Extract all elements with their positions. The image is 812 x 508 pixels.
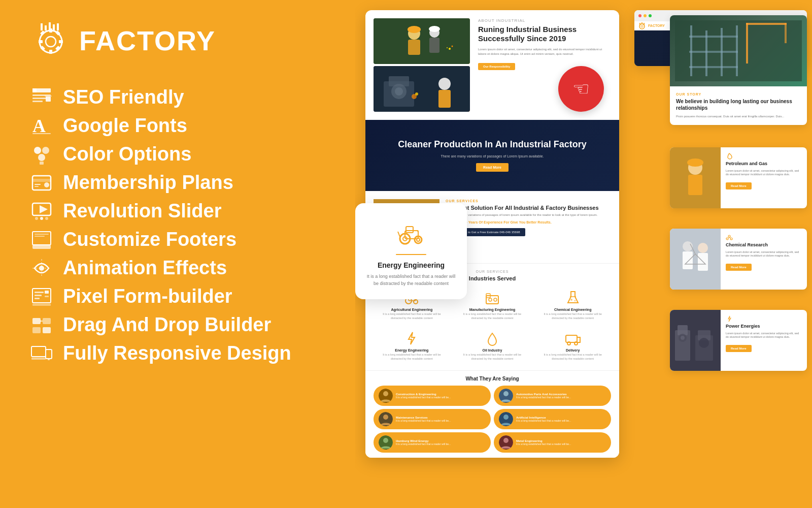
industry-oil: Oil Industry It is a long established fa… <box>454 327 531 364</box>
feature-list: SEO Friendly A Google Fonts Color Optio <box>30 86 325 365</box>
feature-footers: Customize Footers <box>30 229 325 251</box>
about-images <box>374 18 470 112</box>
svg-rect-48 <box>45 296 49 297</box>
svg-rect-51 <box>43 318 51 324</box>
petroleum-btn[interactable]: Read More <box>726 182 752 189</box>
card-petroleum-inner: Petroleum and Gas Lorem ipsum dolor sit … <box>670 147 807 208</box>
card-believe-title: We believe in building long lasting our … <box>676 98 801 111</box>
svg-point-65 <box>429 26 440 32</box>
svg-rect-134 <box>785 23 787 43</box>
svg-rect-46 <box>35 298 40 299</box>
manufacturing-desc: It is a long established fact that a rea… <box>457 312 528 320</box>
power-desc: Lorem ipsum dolor sit amet, consectetur … <box>726 332 802 339</box>
feature-slider-label: Revolution Slider <box>63 201 221 222</box>
svg-rect-38 <box>32 232 51 245</box>
card-power-inner: Power Energies Lorem ipsum dolor sit ame… <box>670 310 807 371</box>
svg-rect-12 <box>49 22 51 30</box>
feature-pixel: Pixel Form-builder <box>30 285 325 308</box>
svg-point-36 <box>40 217 43 220</box>
oil-name: Oil Industry <box>483 348 502 352</box>
delivery-icon <box>565 330 581 346</box>
energy-title: Energy Engineering <box>365 261 457 269</box>
svg-rect-14 <box>57 23 59 30</box>
feature-drag-label: Drag And Drop Builder <box>63 314 271 336</box>
right-side-cards: OUR STORY We believe in building long la… <box>660 0 812 508</box>
svg-point-111 <box>641 25 643 27</box>
svg-rect-19 <box>32 101 43 102</box>
energy-desc: It is a long established fact that a rea… <box>377 353 447 361</box>
svg-point-67 <box>452 46 453 47</box>
svg-rect-63 <box>429 38 439 53</box>
svg-rect-39 <box>32 245 51 249</box>
feature-membership: Membership Plans <box>30 172 325 194</box>
feature-footers-label: Customize Footers <box>63 229 236 250</box>
svg-rect-53 <box>43 327 51 333</box>
power-btn[interactable]: Read More <box>726 345 752 352</box>
card-believe-image <box>670 15 807 86</box>
svg-point-138 <box>687 158 703 167</box>
svg-rect-6 <box>40 30 45 36</box>
svg-rect-47 <box>45 291 49 294</box>
svg-rect-112 <box>639 23 640 25</box>
delivery-desc: It is a long established fact that a rea… <box>537 353 608 361</box>
svg-rect-56 <box>31 358 46 360</box>
svg-rect-120 <box>406 227 413 233</box>
tractor-icon <box>395 215 427 248</box>
svg-point-156 <box>699 338 709 348</box>
svg-rect-44 <box>35 292 44 293</box>
industry-energy: Energy Engineering It is a long establis… <box>374 327 450 364</box>
feature-membership-label: Membership Plans <box>63 172 233 194</box>
svg-point-93 <box>574 300 576 302</box>
brand-name: FACTORY <box>79 25 216 56</box>
about-btn[interactable]: Our Responsibility <box>478 63 515 70</box>
svg-rect-16 <box>32 88 37 92</box>
svg-point-37 <box>45 217 48 220</box>
energy-card: Energy Engineering It is a long establis… <box>355 203 467 299</box>
svg-rect-40 <box>35 234 49 235</box>
svg-point-107 <box>383 438 388 443</box>
oil-icon <box>484 330 500 346</box>
svg-line-123 <box>398 232 400 237</box>
svg-rect-45 <box>35 295 42 296</box>
svg-point-96 <box>567 342 570 345</box>
testimonial-content-6: Metal Engineering It is a long establish… <box>516 439 571 446</box>
petroleum-title: Petroleum and Gas <box>726 161 802 167</box>
testimonial-content-2: Automotive Parts And Accessories It is a… <box>516 393 571 399</box>
power-title: Power Energies <box>726 324 802 330</box>
dot-yellow <box>644 14 647 17</box>
chemical-image <box>670 229 721 290</box>
svg-rect-49 <box>32 304 51 306</box>
chemical-btn[interactable]: Read More <box>726 264 752 271</box>
svg-rect-27 <box>40 162 44 165</box>
testimonial-1: Construction & Engineering It is a long … <box>374 386 491 406</box>
fonts-icon: A <box>30 115 53 137</box>
svg-rect-131 <box>689 66 738 68</box>
petroleum-badge <box>726 152 802 160</box>
testimonial-avatar-1 <box>379 389 393 403</box>
footers-icon <box>30 229 53 251</box>
svg-rect-13 <box>53 24 55 30</box>
power-image <box>670 310 721 371</box>
animation-icon <box>30 257 53 279</box>
card-power: Power Energies Lorem ipsum dolor sit ame… <box>670 310 807 371</box>
service-desc: There are many variations of passages of… <box>446 213 611 217</box>
slider-icon <box>30 200 53 223</box>
agricultural-name: Agricultural Engineering <box>391 308 432 311</box>
brand-icon <box>30 20 71 61</box>
petroleum-content: Petroleum and Gas Lorem ipsum dolor sit … <box>721 147 807 208</box>
svg-point-99 <box>383 391 388 396</box>
energy-desc: It is a long established fact that a rea… <box>365 273 457 287</box>
svg-point-64 <box>408 26 421 33</box>
testimonial-content-1: Construction & Engineering It is a long … <box>396 393 451 399</box>
feature-slider: Revolution Slider <box>30 200 325 223</box>
chemical-desc: Lorem ipsum dolor sit amet, consectetur … <box>726 250 802 258</box>
svg-rect-10 <box>41 23 43 30</box>
dot-red <box>638 14 641 17</box>
svg-rect-4 <box>39 40 43 43</box>
agricultural-desc: It is a long established fact that a rea… <box>377 312 447 320</box>
svg-rect-55 <box>31 346 46 357</box>
hero-btn[interactable]: Read More <box>476 163 509 172</box>
svg-rect-61 <box>408 40 420 55</box>
oil-desc: It is a long established fact that a rea… <box>457 353 528 361</box>
manufacturing-name: Manufacturing Engineering <box>469 308 516 311</box>
